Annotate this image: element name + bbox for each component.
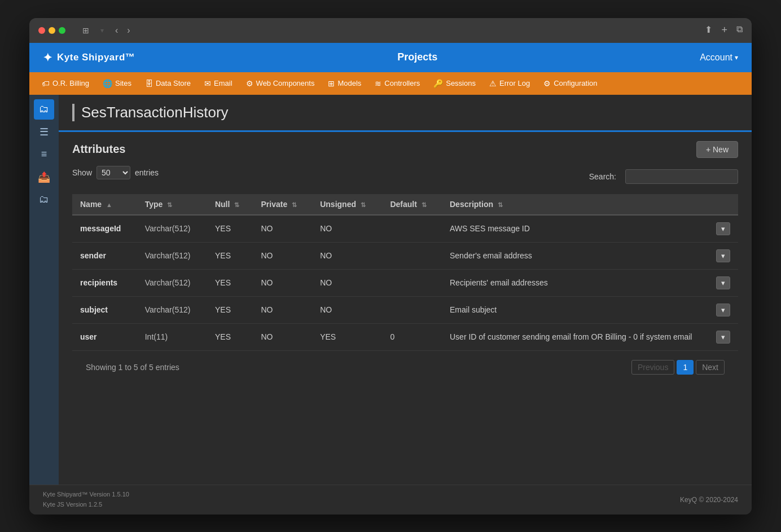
col-actions	[708, 194, 738, 215]
sort-name-icon[interactable]: ▲	[106, 201, 112, 208]
col-type: Type ⇅	[137, 194, 207, 215]
browser-nav: ⊞ ▾ ‹ ›	[79, 24, 134, 37]
sidebar-item-layers[interactable]: ≡	[34, 144, 54, 165]
navbar: 🏷 O.R. Billing 🌐 Sites 🗄 Data Store ✉ Em…	[29, 72, 752, 95]
app-footer: Kyte Shipyard™ Version 1.5.10 Kyte JS Ve…	[29, 485, 752, 514]
close-button[interactable]	[38, 27, 45, 34]
models-icon: ⊞	[328, 79, 335, 88]
nav-email[interactable]: ✉ Email	[199, 76, 238, 91]
search-input[interactable]	[625, 169, 738, 184]
sidebar-item-list[interactable]: ☰	[34, 122, 54, 142]
back-button[interactable]: ‹	[112, 24, 121, 37]
cell-description: Sender's email address	[442, 242, 708, 269]
nav-sessions[interactable]: 🔑 Sessions	[428, 76, 481, 91]
col-name: Name ▲	[72, 194, 137, 215]
table-row: subject Varchar(512) YES NO NO Email sub…	[72, 296, 738, 323]
nav-webcomponents[interactable]: ⚙ Web Components	[240, 76, 321, 91]
nav-billing[interactable]: 🏷 O.R. Billing	[36, 76, 95, 91]
col-unsigned: Unsigned ⇅	[312, 194, 382, 215]
sort-description-icon[interactable]: ⇅	[498, 201, 503, 208]
row-action-button[interactable]: ▾	[716, 304, 730, 316]
nav-errorlog[interactable]: ⚠ Error Log	[484, 76, 536, 91]
nav-models[interactable]: ⊞ Models	[322, 76, 367, 91]
cell-description: Recipients' email addresses	[442, 269, 708, 296]
pagination-controls: Previous 1 Next	[631, 360, 725, 375]
minimize-button[interactable]	[49, 27, 55, 34]
row-action-button[interactable]: ▾	[716, 331, 730, 344]
main-content: SesTransactionHistory Attributes + New S…	[59, 95, 752, 485]
cell-type: Int(11)	[137, 323, 207, 350]
nav-configuration[interactable]: ⚙ Configuration	[538, 76, 603, 91]
sort-unsigned-icon[interactable]: ⇅	[361, 201, 366, 208]
col-null: Null ⇅	[207, 194, 253, 215]
search-area: Search:	[589, 169, 738, 184]
cell-description: AWS SES message ID	[442, 215, 708, 243]
sort-private-icon[interactable]: ⇅	[292, 201, 297, 208]
cell-null: YES	[207, 269, 253, 296]
cell-unsigned: YES	[312, 323, 382, 350]
add-tab-icon[interactable]: +	[721, 24, 727, 36]
footer-copyright: KeyQ © 2020-2024	[680, 496, 738, 504]
sites-icon: 🌐	[103, 79, 112, 88]
sort-type-icon[interactable]: ⇅	[167, 201, 172, 208]
cell-name: subject	[72, 296, 137, 323]
nav-datastore[interactable]: 🗄 Data Store	[139, 76, 196, 91]
forward-button[interactable]: ›	[124, 24, 133, 37]
cell-name: recipients	[72, 269, 137, 296]
cell-private: NO	[253, 323, 313, 350]
page-title: SesTransactionHistory	[72, 104, 229, 121]
entries-select[interactable]: 50 10 25 100	[96, 166, 130, 179]
top-controls: Show 50 10 25 100 entries Search:	[72, 166, 738, 187]
configuration-icon: ⚙	[543, 79, 551, 88]
page-1-button[interactable]: 1	[677, 360, 694, 375]
sidebar-item-data[interactable]: 🗂	[34, 190, 54, 210]
projects-link[interactable]: Projects	[135, 51, 700, 63]
logo-text[interactable]: Kyte Shipyard™	[57, 52, 135, 63]
sort-null-icon[interactable]: ⇅	[234, 201, 239, 208]
sidebar-item-schema[interactable]: 🗂	[34, 99, 54, 120]
attributes-title: Attributes	[72, 143, 125, 156]
cell-action: ▾	[708, 269, 738, 296]
cell-private: NO	[253, 296, 313, 323]
webcomponents-icon: ⚙	[246, 79, 253, 88]
sessions-icon: 🔑	[433, 79, 443, 88]
sidebar: 🗂 ☰ ≡ 📤 🗂	[29, 95, 59, 485]
sort-default-icon[interactable]: ⇅	[422, 201, 427, 208]
new-button[interactable]: + New	[696, 141, 738, 158]
col-private: Private ⇅	[253, 194, 313, 215]
next-button[interactable]: Next	[696, 360, 725, 375]
attributes-header: Attributes + New	[72, 141, 738, 158]
sidebar-item-export[interactable]: 📤	[34, 167, 54, 187]
version-line1: Kyte Shipyard™ Version 1.5.10	[43, 490, 129, 500]
errorlog-icon: ⚠	[489, 79, 497, 88]
app-window: ⊞ ▾ ‹ › ⬆ + ⧉ ✦ Kyte Shipyard™ Projects …	[29, 18, 752, 515]
footer-versions: Kyte Shipyard™ Version 1.5.10 Kyte JS Ve…	[43, 490, 129, 509]
cell-type: Varchar(512)	[137, 215, 207, 243]
nav-sites[interactable]: 🌐 Sites	[97, 76, 137, 91]
split-view-icon[interactable]: ⧉	[736, 24, 743, 36]
maximize-button[interactable]	[59, 27, 65, 34]
sidebar-toggle-icon[interactable]: ⊞	[79, 25, 93, 36]
showing-text: Showing 1 to 5 of 5 entries	[86, 363, 179, 372]
previous-button[interactable]: Previous	[631, 360, 674, 375]
row-action-button[interactable]: ▾	[716, 276, 730, 289]
row-action-button[interactable]: ▾	[716, 249, 730, 262]
app-header: ✦ Kyte Shipyard™ Projects Account	[29, 43, 752, 72]
row-action-button[interactable]: ▾	[716, 222, 730, 235]
controllers-icon: ≋	[375, 79, 381, 88]
table-row: recipients Varchar(512) YES NO NO Recipi…	[72, 269, 738, 296]
cell-null: YES	[207, 296, 253, 323]
table-header-row: Name ▲ Type ⇅ Null ⇅	[72, 194, 738, 215]
cell-default	[382, 215, 442, 243]
table-row: user Int(11) YES NO YES 0 User ID of cus…	[72, 323, 738, 350]
nav-controllers[interactable]: ≋ Controllers	[369, 76, 425, 91]
page-header: SesTransactionHistory	[59, 95, 752, 132]
table-row: messageId Varchar(512) YES NO NO AWS SES…	[72, 215, 738, 243]
account-menu[interactable]: Account	[700, 52, 738, 63]
share-icon[interactable]: ⬆	[705, 24, 712, 36]
cell-name: user	[72, 323, 137, 350]
titlebar-actions: ⬆ + ⧉	[705, 24, 743, 36]
cell-default: 0	[382, 323, 442, 350]
cell-action: ▾	[708, 242, 738, 269]
cell-type: Varchar(512)	[137, 296, 207, 323]
